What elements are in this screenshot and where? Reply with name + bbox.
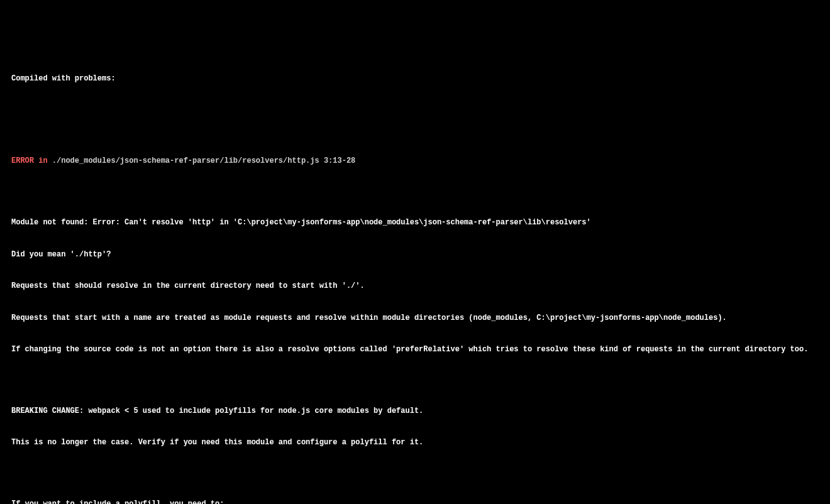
- error-line: ERROR in ./node_modules/json-schema-ref-…: [11, 156, 819, 167]
- error-body-line: Requests that start with a name are trea…: [11, 313, 819, 324]
- error-body-line: Did you mean './http'?: [11, 249, 819, 260]
- error-body-line: If you want to include a polyfill, you n…: [11, 499, 819, 504]
- error-prefix: ERROR in: [11, 156, 52, 165]
- error-body-line: Requests that should resolve in the curr…: [11, 281, 819, 292]
- terminal-output: Compiled with problems: ERROR in ./node_…: [11, 52, 819, 504]
- error-body-line: BREAKING CHANGE: webpack < 5 used to inc…: [11, 406, 819, 417]
- error-path: ./node_modules/json-schema-ref-parser/li…: [52, 156, 355, 165]
- error-body-line: If changing the source code is not an op…: [11, 344, 819, 355]
- compile-header: Compiled with problems:: [11, 74, 819, 84]
- error-body-line: This is no longer the case. Verify if yo…: [11, 437, 819, 448]
- error-body-line: Module not found: Error: Can't resolve '…: [11, 217, 819, 228]
